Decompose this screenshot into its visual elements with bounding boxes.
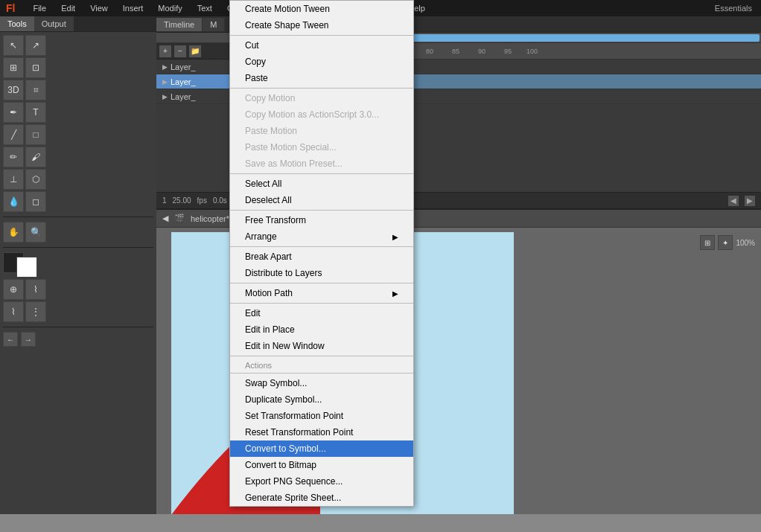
pen-tool[interactable]: ✒ [3,102,24,123]
motion-tab[interactable]: M [203,18,225,31]
select-tool[interactable]: ↖ [3,35,24,56]
tool-divider-1 [3,217,153,217]
stage-clip-btn[interactable]: ✦ [718,235,733,250]
ctx-item-create-shape-tween[interactable]: Create Shape Tween [230,17,413,33]
fps-label: fps [197,196,207,205]
fill-color-swatch[interactable] [16,257,37,278]
tool-grid-3: ⊕ ⌇ ⌇ ⋮ [0,276,156,325]
menu-file[interactable]: File [30,2,49,14]
layer-icon-1: ▶ [162,63,168,71]
ctx-separator-2 [230,35,413,36]
ctx-item-arrange[interactable]: Arrange▶ [230,228,413,245]
tools-output-tabs: Tools Output [0,16,156,32]
rect-tool[interactable]: □ [25,124,46,145]
ctx-arrow-arrange: ▶ [392,233,398,241]
ctx-item-swap-symbol[interactable]: Swap Symbol... [230,375,413,391]
time-value: 0.0s [213,196,227,205]
ctx-item-deselect-all[interactable]: Deselect All [230,192,413,208]
subselect-tool[interactable]: ↗ [25,35,46,56]
ctx-item-export-png-sequence[interactable]: Export PNG Sequence... [230,473,413,490]
ctx-item-distribute-to-layers[interactable]: Distribute to Layers [230,265,413,281]
ctx-item-convert-to-symbol[interactable]: Convert to Symbol... [230,440,413,457]
ctx-item-copy-motion-as: Copy Motion as ActionScript 3.0... [230,106,413,123]
workspace-label: Essentials [712,2,755,14]
ctx-arrow-motion-path: ▶ [392,289,398,298]
ruler-mark-10: 100 [513,48,539,55]
menu-view[interactable]: View [87,2,111,14]
scroll-right-btn[interactable]: ▶ [745,196,755,206]
ctx-label-distribute-to-layers: Distribute to Layers [245,268,322,278]
ctx-separator-27 [230,356,413,356]
menu-modify[interactable]: Modify [155,2,185,14]
ctx-item-convert-to-bitmap[interactable]: Convert to Bitmap [230,457,413,473]
delete-layer-btn[interactable]: − [174,45,186,57]
add-layer-btn[interactable]: + [159,45,171,57]
line-tool[interactable]: ╱ [3,124,24,145]
arrow-right-btn[interactable]: → [21,332,36,347]
eyedropper-tool[interactable]: 💧 [3,191,24,212]
ctx-item-generate-sprite-sheet[interactable]: Generate Sprite Sheet... [230,490,413,506]
text-tool[interactable]: T [25,102,46,123]
scene-icon: 🎬 [174,214,185,223]
ctx-item-break-apart[interactable]: Break Apart [230,249,413,265]
ctx-separator-23 [230,303,413,304]
zoom-tool[interactable]: 🔍 [25,222,46,243]
ctx-label-copy-motion-as: Copy Motion as ActionScript 3.0... [245,109,379,120]
tool-grid-2: ✋ 🔍 [0,219,156,246]
hand-tool[interactable]: ✋ [3,222,24,243]
scroll-left-btn[interactable]: ◀ [728,196,739,206]
3d-tool[interactable]: 3D [3,80,24,100]
ctx-item-edit-in-place[interactable]: Edit in Place [230,321,413,338]
ctx-item-paste[interactable]: Paste [230,70,413,86]
ctx-label-swap-symbol: Swap Symbol... [245,378,307,388]
ctx-item-free-transform[interactable]: Free Transform [230,212,413,228]
ctx-item-paste-motion: Paste Motion [230,123,413,139]
ctx-item-reset-transformation-point[interactable]: Reset Transformation Point [230,424,413,440]
tab-output[interactable]: Output [34,16,74,31]
snap-tool[interactable]: ⊕ [3,279,24,300]
bone-tool[interactable]: ⊥ [3,169,24,190]
ctx-item-edit[interactable]: Edit [230,305,413,321]
pencil-tool[interactable]: ✏ [3,147,24,167]
brush-tool[interactable]: 🖌 [25,147,46,167]
lasso-tool[interactable]: ⌗ [25,80,46,100]
ctx-separator-21 [230,283,413,283]
fps-value: 25.00 [173,196,191,205]
ctx-item-create-motion-tween[interactable]: Create Motion Tween [230,1,413,17]
ctx-item-save-as-motion-preset: Save as Motion Preset... [230,156,413,172]
menu-edit[interactable]: Edit [58,2,78,14]
ctx-separator-18 [230,246,413,247]
align-tool[interactable]: ⋮ [25,301,46,322]
ctx-label-edit-in-place: Edit in Place [245,324,295,335]
tool-divider-2 [3,247,153,248]
ctx-item-edit-in-new-window[interactable]: Edit in New Window [230,338,413,354]
ruler-mark-7: 85 [435,48,461,55]
menu-insert[interactable]: Insert [120,2,147,14]
ctx-item-copy[interactable]: Copy [230,54,413,70]
stage-fit-btn[interactable]: ⊞ [700,235,715,250]
tab-tools[interactable]: Tools [0,16,34,31]
ctx-label-paste-motion-special: Paste Motion Special... [245,142,337,153]
ctx-item-set-transformation-point[interactable]: Set Transformation Point [230,408,413,424]
ctx-label-arrange: Arrange [245,231,277,242]
ctx-label-motion-path: Motion Path [245,288,293,298]
paint-bucket-tool[interactable]: ⬡ [25,169,46,190]
gradient-tool[interactable]: ⊡ [25,57,46,78]
free-transform-tool[interactable]: ⊞ [3,57,24,78]
ctx-item-cut[interactable]: Cut [230,37,413,54]
layer-folder-btn[interactable]: 📁 [189,45,201,57]
ctx-label-set-transformation-point: Set Transformation Point [245,411,343,421]
ctx-item-motion-path[interactable]: Motion Path▶ [230,285,413,301]
ctx-separator-6 [230,88,413,89]
ctx-item-duplicate-symbol[interactable]: Duplicate Symbol... [230,391,413,408]
back-arrow[interactable]: ◀ [162,214,168,223]
ctx-item-actions[interactable]: Actions [230,358,413,371]
timeline-tab[interactable]: Timeline [156,18,203,31]
straighten-tool[interactable]: ⌇ [3,301,24,322]
ctx-separator-15 [230,210,413,211]
smooth-tool[interactable]: ⌇ [25,279,46,300]
menu-text[interactable]: Text [194,2,215,14]
eraser-tool[interactable]: ◻ [25,191,46,212]
arrow-left-btn[interactable]: ← [3,332,18,347]
ctx-item-select-all[interactable]: Select All [230,176,413,192]
